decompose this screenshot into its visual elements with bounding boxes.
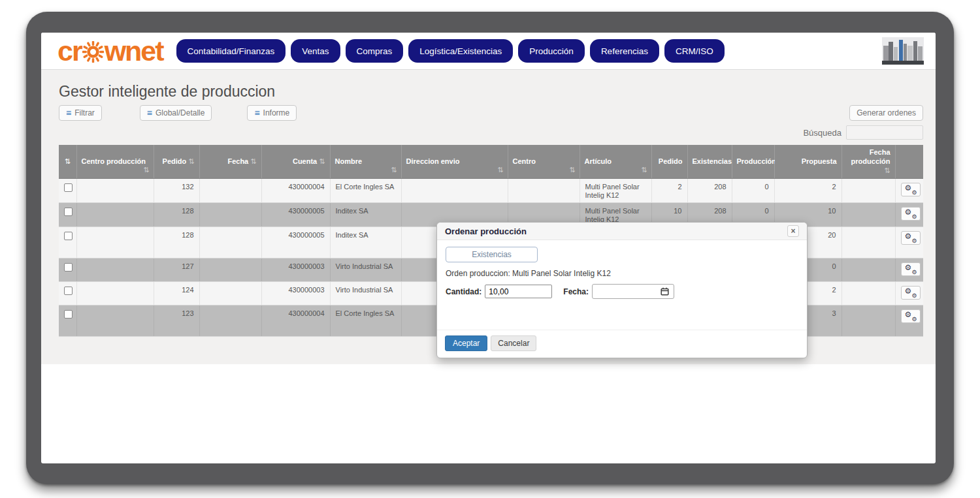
row-checkbox[interactable]: [64, 287, 73, 295]
cell-cuenta: 430000004: [261, 179, 330, 203]
gears-icon: ⚙: [905, 184, 912, 192]
global-detalle-button[interactable]: ≡ Global/Detalle: [140, 105, 212, 121]
cantidad-input[interactable]: [485, 285, 552, 298]
menu-icon: ≡: [66, 108, 71, 118]
cell-pedido: 127: [154, 258, 199, 282]
row-actions-button[interactable]: ⚙⚙: [901, 262, 921, 276]
col-label: Nombre: [335, 157, 363, 165]
col-centro-produccion[interactable]: Centro producción⇅: [76, 145, 154, 179]
gears-icon: ⚙: [911, 190, 917, 196]
nav-logistica-existencias[interactable]: Logística/Existencias: [408, 39, 513, 63]
calendar-icon[interactable]: [661, 287, 669, 296]
menu-icon: ≡: [147, 108, 152, 118]
cell-centro: [508, 179, 580, 203]
row-actions-button[interactable]: ⚙⚙: [901, 183, 921, 196]
modal-form-row: Cantidad: Fecha:: [446, 284, 798, 299]
modal-title: Ordenar producción: [445, 226, 527, 236]
row-checkbox[interactable]: [64, 263, 73, 272]
search-row: Búsqueda: [59, 125, 923, 140]
row-checkbox[interactable]: [64, 208, 73, 216]
nav-produccion[interactable]: Producción: [518, 39, 585, 63]
cell-nombre: Inditex SA: [330, 203, 401, 227]
app-screen: cr wnet Con: [41, 33, 936, 463]
col-label: Pedido: [163, 157, 187, 165]
close-button[interactable]: ×: [787, 225, 799, 237]
col-fecha[interactable]: Fecha ⇅: [199, 145, 261, 179]
cell-pedido: 128: [154, 203, 199, 227]
col-fecha-produccion[interactable]: Fecha producción ⇅: [841, 145, 895, 179]
row-actions-button[interactable]: ⚙⚙: [901, 286, 921, 300]
row-checkbox[interactable]: [64, 183, 73, 192]
modal-body: Existencias Orden produccion: Multi Pane…: [437, 240, 807, 330]
nav-contabilidad-finanzas[interactable]: Contabilidad/Finanzas: [176, 39, 286, 63]
ordenar-produccion-modal: Ordenar producción × Existencias Orden p…: [436, 222, 808, 358]
fecha-field: Fecha:: [563, 284, 674, 299]
filtrar-label: Filtrar: [74, 108, 95, 117]
col-direccion-envio[interactable]: Direccion envio⇅: [401, 145, 508, 179]
cell-fecha: [199, 227, 261, 258]
col-actions: [895, 145, 923, 179]
sun-icon: [82, 41, 104, 63]
gears-icon: ⚙: [905, 287, 912, 295]
search-input[interactable]: [846, 125, 923, 140]
col-label: Pedido: [659, 157, 683, 165]
col-centro[interactable]: Centro⇅: [508, 145, 580, 179]
cell-nombre: El Corte Ingles SA: [330, 305, 401, 337]
close-icon: ×: [791, 226, 795, 236]
col-articulo[interactable]: Artículo⇅: [580, 145, 651, 179]
gears-icon: ⚙: [905, 208, 912, 216]
sort-icon: ⇅: [143, 166, 149, 175]
cell-centro-produccion: [76, 227, 154, 258]
global-detalle-label: Global/Detalle: [155, 108, 204, 117]
row-checkbox[interactable]: [64, 310, 73, 319]
main-nav: Contabilidad/Finanzas Ventas Compras Log…: [176, 39, 725, 63]
nav-referencias[interactable]: Referencias: [590, 39, 659, 63]
cell-fecha-produccion: [841, 258, 895, 282]
cell-nombre: El Corte Ingles SA: [330, 179, 401, 203]
cell-nombre: Virto Industrial SA: [330, 258, 401, 282]
nav-crm-iso[interactable]: CRM/ISO: [664, 39, 725, 63]
cell-propuesta: 2: [774, 179, 841, 203]
search-label: Búsqueda: [803, 128, 841, 138]
row-actions-button[interactable]: ⚙⚙: [901, 309, 921, 323]
table-header-row: ⇅ Centro producción⇅ Pedido ⇅ Fecha ⇅ Cu…: [59, 145, 923, 179]
fecha-date-input[interactable]: [592, 284, 674, 299]
sort-icon: ⇅: [188, 157, 194, 165]
col-pedido[interactable]: Pedido ⇅: [154, 145, 199, 179]
fecha-label: Fecha:: [563, 287, 589, 296]
col-nombre[interactable]: Nombre⇅: [330, 145, 401, 179]
col-label: Fecha: [227, 157, 248, 165]
gears-icon: ⚙: [905, 264, 912, 272]
col-label: Artículo: [585, 157, 612, 165]
crownet-logo[interactable]: cr wnet: [57, 37, 163, 65]
row-actions-button[interactable]: ⚙⚙: [901, 207, 921, 221]
nav-ventas[interactable]: Ventas: [291, 39, 340, 63]
cell-cuenta: 430000005: [261, 227, 330, 258]
existencias-button[interactable]: Existencias: [446, 247, 538, 262]
col-label: Centro producción: [82, 157, 146, 165]
col-label: Direccion envio: [406, 157, 460, 165]
sort-icon: ⇅: [391, 166, 397, 175]
cancelar-button[interactable]: Cancelar: [491, 335, 536, 351]
page: cr wnet Con: [0, 0, 980, 498]
nav-compras[interactable]: Compras: [346, 39, 404, 63]
col-cuenta[interactable]: Cuenta ⇅: [261, 145, 330, 179]
cell-centro-produccion: [76, 179, 154, 203]
menu-icon: ≡: [254, 108, 259, 118]
aceptar-button[interactable]: Aceptar: [445, 335, 487, 351]
generar-ordenes-button[interactable]: Generar ordenes: [849, 105, 923, 121]
cell-fecha-produccion: [841, 203, 895, 227]
col-select-sort[interactable]: ⇅: [59, 145, 76, 179]
gears-icon: ⚙: [911, 317, 917, 322]
cell-centro-produccion: [76, 203, 154, 227]
row-checkbox[interactable]: [64, 232, 73, 240]
col-label: Producción: [737, 157, 777, 165]
sort-icon: ⇅: [569, 166, 575, 175]
sort-icon: ⇅: [884, 166, 890, 174]
col-propuesta: Propuesta: [774, 145, 841, 179]
row-actions-button[interactable]: ⚙⚙: [901, 231, 921, 245]
cantidad-label: Cantidad:: [446, 287, 482, 296]
filtrar-button[interactable]: ≡ Filtrar: [59, 105, 102, 121]
informe-button[interactable]: ≡ Informe: [247, 105, 297, 121]
cell-direccion-envio: [401, 179, 508, 203]
